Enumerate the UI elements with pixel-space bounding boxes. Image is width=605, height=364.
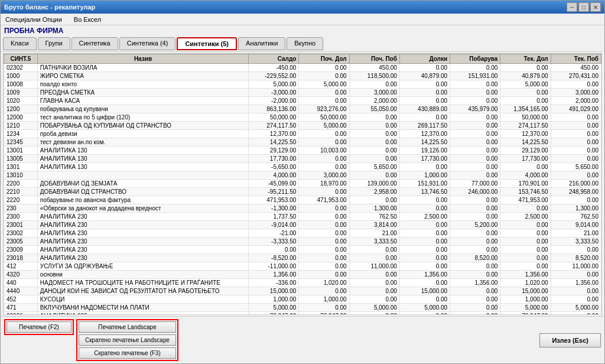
table-cell-27-3: 0.00 [299, 287, 349, 295]
bottom-left-buttons: Печатење (F2) Печатење Landscape Скратен… [4, 319, 178, 361]
header-saldo: Салдо [249, 54, 299, 64]
tabs-bar: Класи Групи Синтетика Синтетика (4) Синт… [1, 36, 604, 52]
table-cell-7-2: 274,117.50 [249, 122, 299, 130]
table-cell-1-1: ЖИРО СМЕТКА [37, 72, 248, 80]
table-cell-13-7: 4,000.00 [500, 171, 551, 180]
header-tek-pob: Тек. Поб [551, 54, 601, 64]
table-row: 23018АНАЛИТИКА 230-8,520.000.000.000.008… [4, 254, 601, 262]
hidden-print-f3-button[interactable]: Скратено печатење (F3) [79, 347, 176, 359]
print-f2-button[interactable]: Печатење (F2) [6, 321, 71, 333]
table-cell-29-8: 5,000.00 [551, 304, 601, 312]
table-cell-15-1: ДОБАВУВАЧИ ОД СТРАНСТВО [37, 188, 248, 196]
table-cell-2-7: 5,000.00 [500, 80, 551, 89]
hidden-print-landscape-button[interactable]: Скратено печатење Landscape [79, 334, 176, 346]
exit-button[interactable]: Излез (Esc) [539, 333, 601, 347]
table-cell-21-0: 23005 [4, 238, 38, 246]
table-cell-25-1: основни [37, 271, 248, 279]
table-cell-5-1: побарувања од купувачи [37, 105, 248, 113]
table-cell-22-6: 0.00 [450, 246, 500, 254]
table-cell-8-5: 12,370.00 [399, 130, 450, 138]
table-cell-27-7: 15,000.00 [500, 287, 551, 295]
table-cell-9-0: 12345 [4, 138, 38, 147]
table-cell-2-4: 0.00 [349, 80, 399, 89]
table-cell-9-1: тест девизни ан.по ком. [37, 138, 248, 147]
table-cell-28-6: 0.00 [450, 295, 500, 304]
table-row: 1000ЖИРО СМЕТКА-229,552.000.00118,500.00… [4, 72, 601, 80]
table-cell-5-7: 1,354,165.00 [500, 105, 551, 113]
table-cell-19-3: 0.00 [299, 221, 349, 229]
table-cell-19-6: 5,200.00 [450, 221, 500, 229]
print-landscape-button[interactable]: Печатење Landscape [79, 321, 176, 333]
table-cell-23-3: 0.00 [299, 254, 349, 262]
table-cell-12-8: 5,650.00 [551, 163, 601, 171]
table-cell-25-2: 1,356.00 [249, 271, 299, 279]
table-cell-14-2: -45,099.00 [249, 180, 299, 188]
menu-excel[interactable]: Во Ексел [71, 15, 103, 24]
table-cell-9-6: 0.00 [450, 138, 500, 147]
table-cell-24-8: 11,000.00 [551, 262, 601, 271]
table-row: 23009АНАЛИТИКА 2300.000.000.000.000.000.… [4, 246, 601, 254]
table-cell-23-6: 8,520.00 [450, 254, 500, 262]
table-cell-13-4: 0.00 [349, 171, 399, 180]
data-table-container[interactable]: СИНТ.5 Назив Салдо Поч. Дол Поч. Поб Дол… [3, 53, 602, 315]
table-row: 23005АНАЛИТИКА 230-3,333.500.003,333.500… [4, 238, 601, 246]
table-cell-1-2: -229,552.00 [249, 72, 299, 80]
table-cell-22-2: 0.00 [249, 246, 299, 254]
table-cell-0-2: -450.00 [249, 64, 299, 72]
tab-klasi[interactable]: Класи [3, 37, 37, 50]
table-cell-30-8: 0.00 [551, 312, 601, 316]
table-row: 2200ДОБАВУВАЧИ ОД ЗЕМЈАТА-45,099.0018,97… [4, 180, 601, 188]
table-cell-25-4: 0.00 [349, 271, 399, 279]
table-cell-0-6: 0.00 [450, 64, 500, 72]
table-cell-9-2: 14,225.50 [249, 138, 299, 147]
table-cell-18-5: 2,500.00 [399, 213, 450, 221]
tab-vkupno[interactable]: Вкупно [287, 37, 323, 50]
table-cell-25-7: 1,356.00 [500, 271, 551, 279]
table-row: 4320основни1,356.000.000.001,356.000.001… [4, 271, 601, 279]
data-table: СИНТ.5 Назив Салдо Поч. Дол Поч. Поб Дол… [4, 54, 601, 315]
tab-grupi[interactable]: Групи [38, 37, 70, 50]
table-cell-25-0: 4320 [4, 271, 38, 279]
close-button[interactable]: ✕ [590, 2, 601, 12]
tab-sintetika4[interactable]: Синтетика (4) [119, 37, 176, 50]
table-cell-10-6: 0.00 [450, 147, 500, 155]
minimize-button[interactable]: ─ [567, 2, 577, 12]
maximize-button[interactable]: □ [578, 2, 589, 12]
table-cell-16-3: 471,953.00 [299, 196, 349, 204]
table-cell-29-3: 0.00 [299, 304, 349, 312]
table-cell-17-1: «Обврски за данокот на додадена вредност [37, 204, 248, 213]
table-cell-10-4: 0.00 [349, 147, 399, 155]
table-cell-3-0: 1009 [4, 89, 38, 97]
menu-special-options[interactable]: Специјални Опции [3, 15, 64, 24]
table-cell-12-5: 0.00 [399, 163, 450, 171]
tab-sintetika[interactable]: Синтетика [71, 37, 118, 50]
table-cell-14-7: 170,901.00 [500, 180, 551, 188]
title-bar: Бруто биланс - рекапитулар ─ □ ✕ [1, 1, 604, 14]
table-row: 63001АНАЛИТИКА 63076,247.0076,247.000.00… [4, 312, 601, 316]
table-cell-9-8: 0.00 [551, 138, 601, 147]
table-cell-13-3: 3,000.00 [299, 171, 349, 180]
tab-analitiki[interactable]: Аналитики [238, 37, 285, 50]
table-cell-20-2: -21.00 [249, 229, 299, 238]
table-cell-16-6: 0.00 [450, 196, 500, 204]
table-cell-6-6: 0.00 [450, 113, 500, 122]
table-cell-5-8: 491,029.00 [551, 105, 601, 113]
table-cell-23-1: АНАЛИТИКА 230 [37, 254, 248, 262]
table-row: 2220побарување по авансна фактура471,953… [4, 196, 601, 204]
table-cell-2-5: 0.00 [399, 80, 450, 89]
table-cell-3-8: 3,000.00 [551, 89, 601, 97]
table-cell-18-3: 0.00 [299, 213, 349, 221]
table-row: 1200побарувања од купувачи863,136.00923,… [4, 105, 601, 113]
table-cell-2-1: поалдо конто [37, 80, 248, 89]
table-cell-10-1: АНАЛИТИКА 130 [37, 147, 248, 155]
table-cell-26-4: 0.00 [349, 279, 399, 287]
table-cell-11-5: 17,730.00 [399, 155, 450, 163]
table-cell-15-8: 248,958.00 [551, 188, 601, 196]
table-cell-21-6: 0.00 [450, 238, 500, 246]
table-cell-13-2: 4,000.00 [249, 171, 299, 180]
table-cell-21-4: 3,333.50 [349, 238, 399, 246]
tab-sintetiki5[interactable]: Синтетики (5) [177, 37, 237, 50]
table-cell-24-7: 0.00 [500, 262, 551, 271]
header-poch-dol: Поч. Дол [299, 54, 349, 64]
table-cell-29-5: 5,000.00 [399, 304, 450, 312]
